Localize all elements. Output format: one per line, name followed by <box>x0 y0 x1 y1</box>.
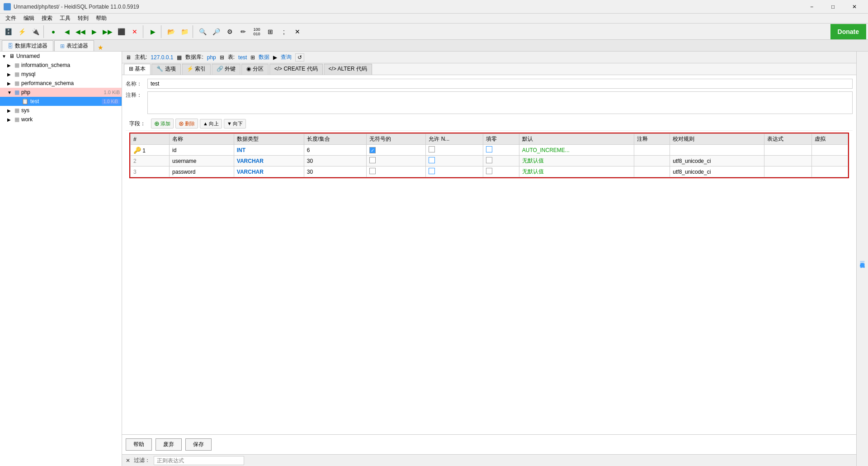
ctab-index[interactable]: ⚡ 索引 <box>182 64 211 75</box>
discard-button[interactable]: 废弃 <box>156 438 182 451</box>
row3-collation: utf8_unicode_ci <box>670 166 764 177</box>
row3-length: 30 <box>304 166 366 177</box>
help-button[interactable]: 帮助 <box>126 438 152 451</box>
filterbar: ✕ 过滤： <box>122 454 856 466</box>
tree-item-mysql[interactable]: ▶ ▦ mysql <box>0 70 122 79</box>
row3-unsigned-cb[interactable] <box>369 168 376 174</box>
ctab-alter[interactable]: </> ALTER 代码 <box>324 64 372 75</box>
data-label[interactable]: 数据 <box>259 53 269 61</box>
tree-item-information-schema[interactable]: ▶ ▦ information_schema <box>0 61 122 70</box>
row1-length: 6 <box>304 145 366 156</box>
menu-help[interactable]: 帮助 <box>92 14 110 23</box>
add-field-button[interactable]: ⊕ 添加 <box>151 119 174 128</box>
row2-nullable-cb[interactable] <box>429 157 435 163</box>
tb-green1[interactable]: ● <box>47 25 60 38</box>
ctab-basic-label: 基本 <box>135 66 146 72</box>
tb-table[interactable]: ⊞ <box>264 25 277 38</box>
ctab-partition-icon: ◉ <box>246 66 251 72</box>
row3-zerofill-cb[interactable] <box>486 168 492 174</box>
row1-unsigned-cb[interactable] <box>369 147 376 153</box>
query-label[interactable]: 查询 <box>281 53 292 61</box>
tb-search2[interactable]: 🔎 <box>210 25 222 38</box>
row1-unsigned <box>367 145 426 156</box>
info-label: information_schema <box>21 62 120 68</box>
table-row[interactable]: 🔑 1 id INT 6 AUTO_INCREME... <box>131 145 848 156</box>
save-button[interactable]: 保存 <box>185 438 212 451</box>
tb-filter[interactable]: ⚙ <box>223 25 236 38</box>
row3-comment <box>634 166 670 177</box>
table-row[interactable]: 3 password VARCHAR 30 无默认值 utf8_unicode_… <box>131 166 848 177</box>
tree-item-php[interactable]: ▼ ▦ php 1.0 KiB <box>0 88 122 97</box>
menu-goto[interactable]: 转到 <box>74 14 92 23</box>
tab-table-filter[interactable]: ⊞ 表过滤器 <box>54 40 94 51</box>
tb-pencil[interactable]: ✏ <box>237 25 250 38</box>
ctab-fk[interactable]: 🔗 外键 <box>212 64 241 75</box>
tab-db-filter[interactable]: 🗄 数据库过滤器 <box>2 40 53 51</box>
star-icon[interactable]: ★ <box>98 44 104 51</box>
ctab-basic[interactable]: ⊞ 基本 <box>124 64 151 75</box>
tb-semicolon[interactable]: ; <box>278 25 290 38</box>
close-button[interactable]: ✕ <box>844 0 864 13</box>
query-icon: ▶ <box>273 54 277 61</box>
tb-red-x[interactable]: ✕ <box>128 25 141 38</box>
tb-search[interactable]: 🔍 <box>196 25 209 38</box>
tb-close2[interactable]: ✕ <box>291 25 304 38</box>
delete-field-button[interactable]: ⊗ 删除 <box>175 119 198 128</box>
tree-root[interactable]: ▼ 🖥 Unnamed <box>0 52 122 61</box>
ctab-create[interactable]: </> CREATE 代码 <box>269 64 323 75</box>
tb-play[interactable]: ▶ <box>146 25 159 38</box>
down-field-button[interactable]: ▼ 向下 <box>224 119 246 128</box>
tb-stop[interactable]: ⬛ <box>115 25 127 38</box>
ctab-options[interactable]: 🔧 选项 <box>151 64 180 75</box>
tree-item-performance-schema[interactable]: ▶ ▦ performance_schema <box>0 79 122 88</box>
row1-zerofill-cb[interactable] <box>486 146 492 152</box>
menu-search[interactable]: 搜索 <box>38 14 56 23</box>
up-field-button[interactable]: ▲ 向上 <box>200 119 222 128</box>
menubar: 文件 编辑 搜索 工具 转到 帮助 <box>0 14 868 24</box>
tb-green3[interactable]: ◀◀ <box>74 25 87 38</box>
tree-item-test[interactable]: 📋 test 1.0 KiB <box>0 97 122 106</box>
tb-binary[interactable]: 100010 <box>250 25 263 38</box>
tb-folder[interactable]: 📂 <box>165 25 177 38</box>
row2-zerofill <box>483 156 519 166</box>
maximize-button[interactable]: □ <box>823 0 843 13</box>
refresh-icon[interactable]: ↺ <box>295 53 304 62</box>
ctab-options-label: 选项 <box>165 66 176 72</box>
tb-green4[interactable]: ▶ <box>88 25 100 38</box>
menu-file[interactable]: 文件 <box>2 14 20 23</box>
col-name: 名称 <box>170 134 234 145</box>
tabbar: 🗄 数据库过滤器 ⊞ 表过滤器 ★ <box>0 40 868 52</box>
row2-zerofill-cb[interactable] <box>486 157 492 163</box>
tree-item-work[interactable]: ▶ ▦ work <box>0 115 122 124</box>
row3-nullable-cb[interactable] <box>429 168 435 174</box>
row2-pk: 2 <box>131 156 170 166</box>
ctab-partition[interactable]: ◉ 分区 <box>241 64 268 75</box>
tb-green2[interactable]: ◀ <box>61 25 73 38</box>
col-nullable: 允许 N... <box>426 134 483 145</box>
host-label: 主机: <box>135 53 147 61</box>
donate-button[interactable]: Donate <box>830 24 866 39</box>
row1-nullable-cb[interactable] <box>429 146 435 152</box>
tree-item-sys[interactable]: ▶ ▦ sys <box>0 106 122 115</box>
tb-new-btn[interactable]: 🗄️ <box>2 25 14 38</box>
comment-input[interactable] <box>147 91 853 114</box>
tb-green5[interactable]: ▶▶ <box>101 25 114 38</box>
comment-label: 注释： <box>126 91 144 99</box>
tb-disconnect-btn[interactable]: 🔌 <box>29 25 42 38</box>
minimize-button[interactable]: − <box>802 0 822 13</box>
bottom-buttons: 帮助 废弃 保存 <box>122 434 856 454</box>
row1-pk: 🔑 1 <box>131 145 170 156</box>
row2-unsigned-cb[interactable] <box>369 157 376 163</box>
row3-default-val: 无默认值 <box>522 168 544 175</box>
filter-input[interactable] <box>154 456 244 465</box>
name-input[interactable] <box>147 79 853 89</box>
fields-toolbar: 字段： ⊕ 添加 ⊗ 删除 ▲ 向上 ▼ 向下 <box>126 117 853 131</box>
root-arrow: ▼ <box>2 54 7 59</box>
menu-edit[interactable]: 编辑 <box>20 14 38 23</box>
table-row[interactable]: 2 username VARCHAR 30 无默认值 utf8_unicode_… <box>131 156 848 166</box>
tb-connect-btn[interactable]: ⚡ <box>15 25 28 38</box>
menu-tools[interactable]: 工具 <box>56 14 74 23</box>
tb-folder2[interactable]: 📁 <box>178 25 191 38</box>
filter-close-btn[interactable]: ✕ <box>126 457 130 464</box>
right-deco-top[interactable]: 会不会你把和我一样 <box>856 52 868 466</box>
